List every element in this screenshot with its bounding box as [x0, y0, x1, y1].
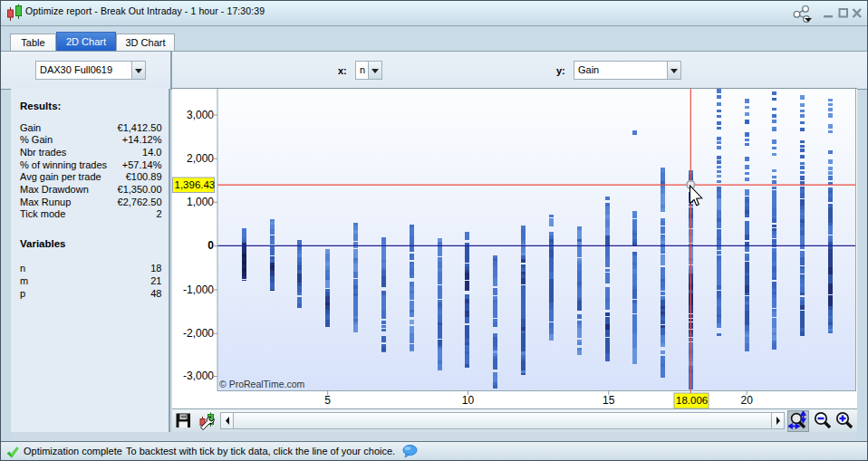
svg-text:© ProRealTime.com: © ProRealTime.com — [219, 379, 305, 389]
svg-text:18.006: 18.006 — [676, 395, 708, 406]
svg-text:-3,000: -3,000 — [183, 370, 214, 382]
svg-text:3,000: 3,000 — [187, 109, 214, 121]
svg-text:0: 0 — [207, 239, 214, 252]
svg-text:-1,000: -1,000 — [183, 283, 214, 296]
svg-text:5: 5 — [324, 394, 331, 407]
svg-text:1,396.43: 1,396.43 — [175, 179, 216, 190]
svg-text:2,000: 2,000 — [187, 152, 214, 165]
svg-text:-2,000: -2,000 — [183, 327, 214, 340]
svg-text:20: 20 — [741, 394, 754, 407]
svg-text:10: 10 — [462, 394, 475, 407]
svg-text:15: 15 — [603, 394, 615, 407]
svg-text:1,000: 1,000 — [187, 196, 214, 208]
